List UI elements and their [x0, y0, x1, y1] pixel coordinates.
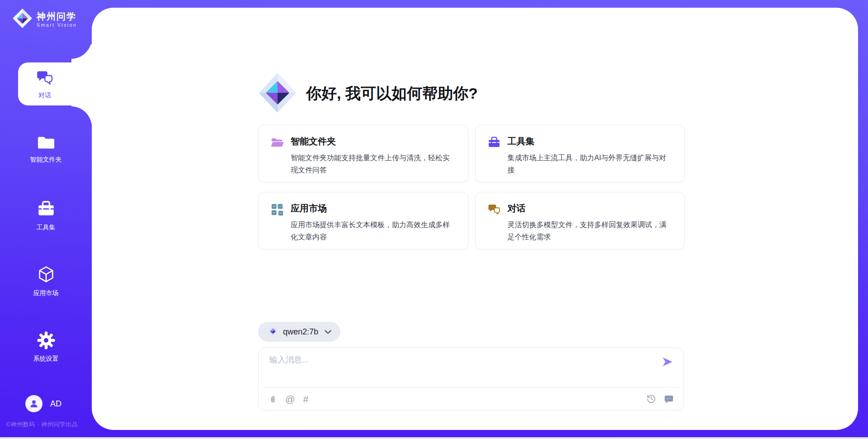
app-window: 你好, 我可以如何帮助你? 智能文件夹 智能文件夹功能支持批量文件上传与清洗，轻… [0, 0, 868, 439]
sidebar-item-label: 系统设置 [33, 355, 59, 363]
card-app-market[interactable]: 应用市场 应用市场提供丰富长文本模板，助力高效生成多样化文章内容 [258, 192, 468, 249]
card-title: 智能文件夹 [291, 135, 456, 148]
card-smart-folder[interactable]: 智能文件夹 智能文件夹功能支持批量文件上传与清洗，轻松实现文件问答 [258, 125, 468, 182]
briefcase-icon [487, 136, 501, 149]
paperclip-icon[interactable] [269, 394, 277, 404]
sidebar-lower-block: 智能文件夹 工具 [0, 106, 92, 439]
card-body: 应用市场 应用市场提供丰富长文本模板，助力高效生成多样化文章内容 [291, 202, 456, 239]
window-bottom-edge [0, 437, 868, 439]
diamond-logo-icon [12, 8, 33, 31]
sidebar-item-smart-folder[interactable]: 智能文件夹 [0, 134, 92, 164]
page-greeting: 你好, 我可以如何帮助你? [306, 83, 478, 104]
send-button[interactable] [661, 356, 674, 368]
card-description: 应用市场提供丰富长文本模板，助力高效生成多样化文章内容 [291, 219, 456, 243]
feature-cards: 智能文件夹 智能文件夹功能支持批量文件上传与清洗，轻松实现文件问答 [258, 125, 685, 249]
sidebar-item-app-market[interactable]: 应用市场 [0, 265, 92, 297]
card-body: 对话 灵活切换多模型文件，支持多样回复效果调试，满足个性化需求 [508, 202, 673, 239]
brand-text: 神州问学 Smart Vision [37, 11, 77, 28]
user-account[interactable]: AD [25, 395, 61, 412]
folder-open-icon [270, 136, 284, 149]
card-toolset[interactable]: 工具集 集成市场上主流工具，助力AI与外界无缝扩展与对接 [475, 125, 685, 182]
message-input[interactable] [269, 354, 654, 382]
copyright-note: ©神州数码 · 神州问学出品 [6, 420, 78, 429]
sidebar-item-label: 应用市场 [33, 289, 59, 297]
card-title: 工具集 [508, 135, 673, 148]
grid-icon [270, 203, 284, 216]
history-icon[interactable] [646, 394, 656, 404]
card-title: 对话 [508, 202, 673, 215]
sidebar-item-chat[interactable]: 对话 [18, 62, 92, 105]
message-composer: @ # [258, 348, 684, 410]
chat-bubbles-icon [36, 69, 54, 89]
sidebar: 对话 神州问学 Smart Vision [0, 0, 92, 439]
main-panel: 你好, 我可以如何帮助你? 智能文件夹 智能文件夹功能支持批量文件上传与清洗，轻… [92, 8, 858, 430]
card-title: 应用市场 [291, 202, 456, 215]
chevron-down-icon [325, 330, 331, 334]
cube-icon [37, 265, 56, 286]
brand-subtitle: Smart Vision [37, 22, 77, 28]
sidebar-item-label: 工具集 [37, 224, 56, 232]
brand: 神州问学 Smart Vision [12, 8, 77, 31]
sidebar-item-toolset[interactable]: 工具集 [0, 200, 92, 232]
gear-icon [37, 331, 56, 351]
card-chat[interactable]: 对话 灵活切换多模型文件，支持多样回复效果调试，满足个性化需求 [475, 192, 685, 249]
chat-bubbles-icon [487, 203, 501, 216]
diamond-logo-icon [267, 325, 278, 339]
card-description: 灵活切换多模型文件，支持多样回复效果调试，满足个性化需求 [508, 219, 673, 243]
at-icon[interactable]: @ [285, 394, 295, 404]
model-selector[interactable]: qwen2:7b [258, 322, 340, 342]
composer-toolbar: @ # [259, 388, 684, 410]
briefcase-icon [37, 200, 56, 220]
user-initials: AD [50, 399, 61, 409]
sidebar-upper-block: 神州问学 Smart Vision [0, 0, 92, 59]
sidebar-item-settings[interactable]: 系统设置 [0, 331, 92, 363]
card-body: 智能文件夹 智能文件夹功能支持批量文件上传与清洗，轻松实现文件问答 [291, 135, 456, 172]
avatar [25, 395, 42, 412]
card-description: 智能文件夹功能支持批量文件上传与清洗，轻松实现文件问答 [291, 152, 456, 176]
model-name: qwen2:7b [283, 327, 318, 337]
sidebar-item-label: 对话 [38, 91, 51, 100]
brand-name: 神州问学 [37, 11, 77, 21]
sidebar-item-label: 智能文件夹 [30, 156, 62, 164]
card-description: 集成市场上主流工具，助力AI与外界无缝扩展与对接 [508, 152, 673, 176]
hero: 你好, 我可以如何帮助你? [258, 72, 478, 115]
folder-icon [37, 134, 56, 152]
chat-filled-icon[interactable] [664, 394, 674, 404]
card-body: 工具集 集成市场上主流工具，助力AI与外界无缝扩展与对接 [508, 135, 673, 172]
diamond-logo-icon [258, 72, 297, 115]
hash-icon[interactable]: # [303, 394, 308, 404]
